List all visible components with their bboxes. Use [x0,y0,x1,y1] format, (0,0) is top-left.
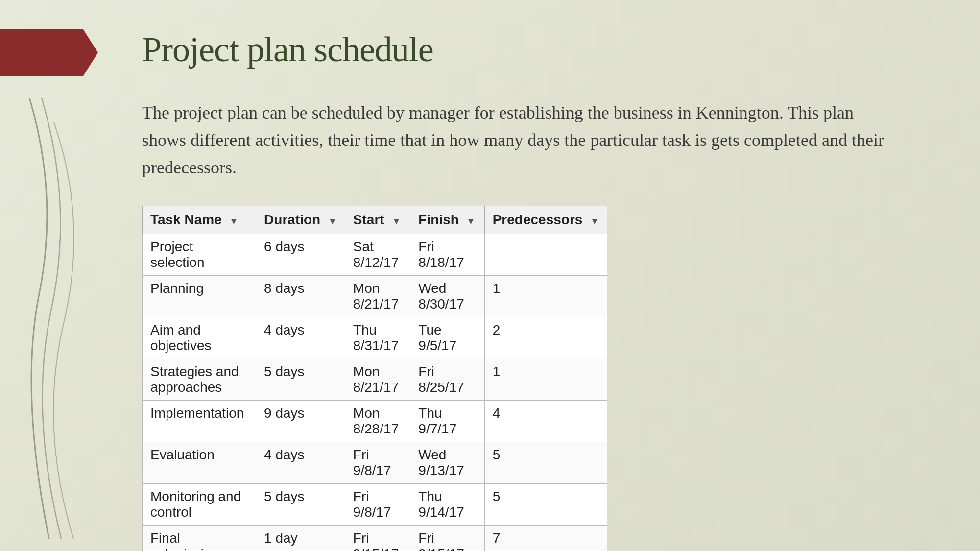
cell-start: Fri 9/8/17 [345,442,410,484]
col-header-task-name: Task Name ▼ [143,206,256,234]
cell-finish: Fri 8/18/17 [410,234,484,276]
cell-duration: 5 days [256,359,345,401]
table-header-row: Task Name ▼ Duration ▼ Start ▼ Finish ▼ [143,206,607,234]
cell-task_name: Aim and objectives [143,317,256,359]
sort-arrow-start[interactable]: ▼ [392,216,401,227]
decorative-lines-svg [0,0,137,551]
red-arrow-decoration [0,29,98,76]
cell-start: Fri 9/15/17 [345,526,410,551]
cell-finish: Wed 9/13/17 [410,442,484,484]
cell-predecessors: 1 [484,359,607,401]
cell-task_name: Implementation [143,401,256,442]
cell-start: Fri 9/8/17 [345,484,410,526]
cell-duration: 5 days [256,484,345,526]
cell-duration: 1 day [256,526,345,551]
cell-task_name: Monitoring and control [143,484,256,526]
col-header-duration: Duration ▼ [256,206,345,234]
cell-finish: Thu 9/14/17 [410,484,484,526]
cell-finish: Fri 9/15/17 [410,526,484,551]
col-header-start: Start ▼ [345,206,410,234]
cell-predecessors: 7 [484,526,607,551]
sort-arrow-task[interactable]: ▼ [230,216,239,227]
cell-duration: 9 days [256,401,345,442]
slide-description: The project plan can be scheduled by man… [142,99,901,181]
cell-task_name: Evaluation [143,442,256,484]
cell-finish: Fri 8/25/17 [410,359,484,401]
slide-title: Project plan schedule [142,29,941,70]
cell-task_name: Planning [143,276,256,317]
sort-arrow-predecessors[interactable]: ▼ [590,216,599,227]
cell-predecessors [484,234,607,276]
table-row: Project selection6 daysSat 8/12/17Fri 8/… [143,234,607,276]
cell-start: Thu 8/31/17 [345,317,410,359]
cell-predecessors: 4 [484,401,607,442]
cell-task_name: Final submission [143,526,256,551]
table-row: Final submission1 dayFri 9/15/17Fri 9/15… [143,526,607,551]
cell-task_name: Strategies and approaches [143,359,256,401]
schedule-table: Task Name ▼ Duration ▼ Start ▼ Finish ▼ [142,206,607,551]
col-header-predecessors: Predecessors ▼ [484,206,607,234]
cell-duration: 6 days [256,234,345,276]
main-content: Project plan schedule The project plan c… [142,29,941,522]
cell-finish: Thu 9/7/17 [410,401,484,442]
cell-predecessors: 2 [484,317,607,359]
table-row: Evaluation4 daysFri 9/8/17Wed 9/13/175 [143,442,607,484]
sort-arrow-finish[interactable]: ▼ [467,216,476,227]
cell-duration: 4 days [256,317,345,359]
cell-duration: 8 days [256,276,345,317]
cell-predecessors: 1 [484,276,607,317]
table-row: Planning8 daysMon 8/21/17Wed 8/30/171 [143,276,607,317]
cell-start: Sat 8/12/17 [345,234,410,276]
slide-container: Project plan schedule The project plan c… [0,0,980,551]
cell-finish: Tue 9/5/17 [410,317,484,359]
cell-duration: 4 days [256,442,345,484]
table-row: Monitoring and control5 daysFri 9/8/17Th… [143,484,607,526]
cell-task_name: Project selection [143,234,256,276]
cell-finish: Wed 8/30/17 [410,276,484,317]
table-row: Strategies and approaches5 daysMon 8/21/… [143,359,607,401]
table-row: Implementation9 daysMon 8/28/17Thu 9/7/1… [143,401,607,442]
sort-arrow-duration[interactable]: ▼ [328,216,337,227]
cell-start: Mon 8/28/17 [345,401,410,442]
table-row: Aim and objectives4 daysThu 8/31/17Tue 9… [143,317,607,359]
cell-predecessors: 5 [484,442,607,484]
cell-start: Mon 8/21/17 [345,359,410,401]
cell-start: Mon 8/21/17 [345,276,410,317]
col-header-finish: Finish ▼ [410,206,484,234]
cell-predecessors: 5 [484,484,607,526]
